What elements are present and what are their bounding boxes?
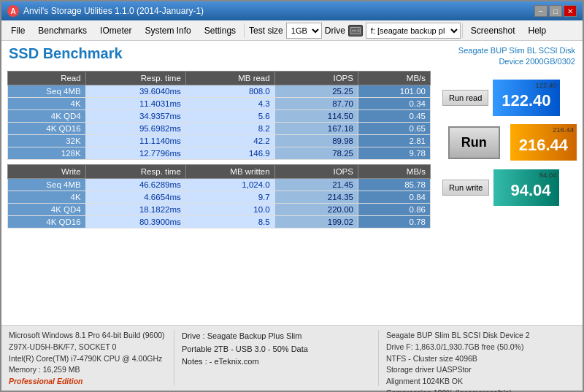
test-size-group: Test size 1GB2GB4GB8GB: [249, 23, 322, 39]
read-col-resp: Resp. time: [85, 71, 185, 85]
title-bar-left: A Anvil's Storage Utilities 1.1.0 (2014-…: [7, 5, 204, 17]
read-col-mbs: MB/s: [358, 71, 430, 85]
row-mb: 1,024.0: [185, 178, 274, 191]
disk-detail-2: Drive F: 1,863.0/1,930.7GB free (50.0%): [386, 342, 575, 353]
menu-screenshot[interactable]: Screenshot: [464, 23, 522, 39]
menu-sysinfo[interactable]: System Info: [138, 23, 197, 39]
main-area: Read Resp. time MB read IOPS MB/s Seq 4M…: [1, 71, 583, 325]
row-mb: 8.5: [185, 215, 274, 228]
run-read-button[interactable]: Run read: [442, 90, 488, 106]
table-row: Seq 4MB 46.6289ms 1,024.0 21.45 85.78: [8, 178, 431, 191]
row-resp: 11.1140ms: [85, 134, 185, 147]
drive-select[interactable]: f: [seagate backup pl: [366, 23, 461, 39]
disk-detail-5: Alignment 1024KB OK: [386, 376, 575, 388]
row-label: Seq 4MB: [8, 178, 86, 191]
row-iops: 25.25: [274, 85, 358, 97]
table-row: 4K QD16 95.6982ms 8.2 167.18 0.65: [8, 122, 431, 134]
row-mb: 808.0: [185, 85, 274, 97]
row-label: 4K: [8, 97, 86, 109]
row-label: 4K QD16: [8, 215, 86, 228]
row-resp: 80.3900ms: [85, 215, 185, 228]
write-header-row: Write Resp. time MB written IOPS MB/s: [8, 164, 431, 178]
row-label: 32K: [8, 134, 86, 147]
row-label: 4K QD4: [8, 109, 86, 122]
row-label: 128K: [8, 147, 86, 159]
device-info-line1: Seagate BUP Slim BL SCSI Disk: [458, 46, 575, 55]
row-mbs: 0.65: [358, 122, 430, 134]
board-info: Z97X-UD5H-BK/F7, SOCKET 0: [9, 342, 166, 353]
row-mb: 4.3: [185, 97, 274, 109]
row-resp: 34.9357ms: [85, 109, 185, 122]
write-table: Write Resp. time MB written IOPS MB/s Se…: [7, 164, 431, 228]
row-label: 4K QD4: [8, 203, 86, 215]
write-col-mb: MB written: [185, 164, 274, 178]
svg-point-2: [357, 29, 360, 32]
cpu-info: Intel(R) Core(TM) i7-4790K CPU @ 4.00GHz: [9, 353, 166, 365]
row-mb: 8.2: [185, 122, 274, 134]
menu-settings[interactable]: Settings: [198, 23, 242, 39]
disk-detail-6: Compression 100% (Incompressible): [386, 388, 575, 392]
test-size-select[interactable]: 1GB2GB4GB8GB: [286, 23, 322, 39]
row-iops: 199.02: [274, 215, 358, 228]
row-iops: 78.25: [274, 147, 358, 159]
row-iops: 87.70: [274, 97, 358, 109]
total-score-row: Run 216.44 216.44: [442, 123, 577, 162]
ssd-title: SSD Benchmark: [9, 45, 123, 62]
bottom-disk-details: Seagate BUP Slim BL SCSI Disk Device 2 D…: [378, 330, 575, 386]
row-label: 4K: [8, 191, 86, 203]
row-mbs: 0.45: [358, 109, 430, 122]
table-row: 128K 12.7796ms 146.9 78.25 9.78: [8, 147, 431, 159]
row-mbs: 9.78: [358, 147, 430, 159]
row-resp: 18.1822ms: [85, 203, 185, 215]
write-col-iops: IOPS: [274, 164, 358, 178]
menu-iometer[interactable]: IOmeter: [93, 23, 138, 39]
disk-detail-1: Seagate BUP Slim BL SCSI Disk Device 2: [386, 330, 575, 342]
read-score-row: Run read 122.40 122.40: [442, 80, 577, 116]
maximize-button[interactable]: □: [549, 5, 562, 17]
row-mbs: 0.86: [358, 203, 430, 215]
row-iops: 114.50: [274, 109, 358, 122]
device-info: Seagate BUP Slim BL SCSI Disk Device 200…: [458, 45, 575, 68]
run-write-button[interactable]: Run write: [442, 180, 489, 196]
row-resp: 39.6040ms: [85, 85, 185, 97]
row-mbs: 0.78: [358, 215, 430, 228]
menu-file[interactable]: File: [4, 23, 31, 39]
close-button[interactable]: ✕: [564, 5, 577, 17]
menu-divider-1: [244, 23, 245, 38]
row-mb: 146.9: [185, 147, 274, 159]
run-button[interactable]: Run: [448, 126, 500, 159]
row-mbs: 0.34: [358, 97, 430, 109]
content-area: SSD Benchmark Seagate BUP Slim BL SCSI D…: [1, 41, 583, 325]
row-iops: 167.18: [274, 122, 358, 134]
row-mb: 9.7: [185, 191, 274, 203]
svg-rect-3: [352, 30, 356, 31]
menu-help[interactable]: Help: [522, 23, 553, 39]
drive-group: Drive f: [seagate backup pl: [325, 23, 461, 39]
row-iops: 220.00: [274, 203, 358, 215]
menu-benchmarks[interactable]: Benchmarks: [31, 23, 93, 39]
app-window: A Anvil's Storage Utilities 1.1.0 (2014-…: [0, 0, 584, 392]
row-iops: 214.35: [274, 191, 358, 203]
total-score-label: 216.44: [553, 126, 574, 134]
table-row: 32K 11.1140ms 42.2 89.98 2.81: [8, 134, 431, 147]
read-score-container: 122.40 122.40: [493, 80, 559, 116]
table-row: 4K QD16 80.3900ms 8.5 199.02 0.78: [8, 215, 431, 228]
row-resp: 46.6289ms: [85, 178, 185, 191]
edition-label: Professional Edition: [9, 376, 166, 388]
write-score-label: 94.04: [539, 171, 557, 179]
table-row: 4K QD4 34.9357ms 5.6 114.50 0.45: [8, 109, 431, 122]
minimize-button[interactable]: −: [534, 5, 548, 17]
row-mbs: 101.00: [358, 85, 430, 97]
drive-info-line3: Notes : - eTeknix.com: [182, 356, 371, 369]
write-score-container: 94.04 94.04: [493, 169, 559, 206]
row-resp: 4.6654ms: [85, 191, 185, 203]
bottom-bar: Microsoft Windows 8.1 Pro 64-bit Build (…: [1, 325, 583, 391]
total-score-container: 216.44 216.44: [510, 124, 577, 161]
disk-detail-3: NTFS - Cluster size 4096B: [386, 353, 575, 365]
row-mbs: 85.78: [358, 178, 430, 191]
write-col-mbs: MB/s: [358, 164, 430, 178]
drive-icon: [348, 25, 363, 36]
read-col-mb: MB read: [185, 71, 274, 85]
ssd-header: SSD Benchmark Seagate BUP Slim BL SCSI D…: [1, 41, 583, 71]
row-iops: 89.98: [274, 134, 358, 147]
